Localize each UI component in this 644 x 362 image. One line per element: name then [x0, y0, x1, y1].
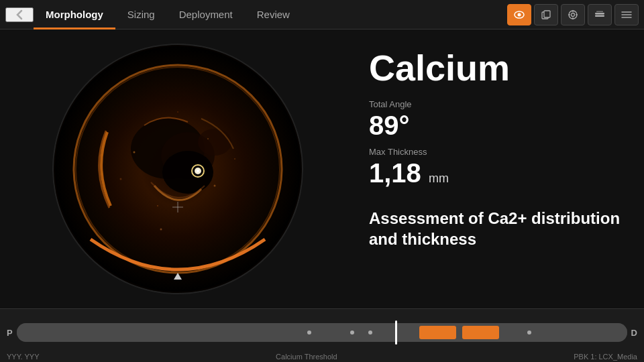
target-icon-button[interactable]	[561, 4, 585, 25]
svg-point-31	[207, 138, 209, 139]
tab-morphology[interactable]: Morphology	[34, 0, 115, 29]
thickness-unit: mm	[429, 172, 449, 185]
back-button[interactable]	[5, 7, 34, 22]
stats-panel: Calcium Total Angle 89° Max Thickness 1,…	[356, 29, 644, 308]
eye-icon-button[interactable]	[507, 4, 531, 25]
timeline-label-p: P	[7, 328, 13, 338]
bottom-timeline-bar: P D YYY. YYY Calcium Threshold PBK 1: LC…	[0, 308, 644, 362]
svg-point-28	[133, 152, 136, 154]
svg-rect-3	[544, 11, 550, 17]
svg-point-35	[160, 229, 162, 231]
svg-point-30	[157, 205, 158, 206]
nav-tabs: Morphology Sizing Deployment Review	[34, 0, 507, 29]
scale-bar-label: 1 mm	[275, 279, 292, 286]
oct-image-panel: F: 283 1 mm	[0, 29, 356, 308]
svg-point-33	[234, 158, 235, 160]
tab-deployment[interactable]: Deployment	[167, 0, 245, 29]
svg-point-22	[198, 129, 231, 156]
oct-image-container: F: 283 1 mm	[54, 45, 302, 293]
svg-point-21	[162, 151, 213, 194]
svg-point-29	[214, 185, 216, 187]
calcium-segment-2	[462, 326, 499, 339]
track-dot-4	[527, 330, 531, 335]
total-angle-group: Total Angle 89°	[369, 99, 624, 140]
calcium-title: Calcium	[369, 50, 624, 86]
tab-review[interactable]: Review	[245, 0, 302, 29]
svg-point-25	[197, 170, 199, 172]
frame-info: F: 283	[64, 278, 85, 286]
max-thickness-label: Max Thickness	[369, 147, 624, 157]
playhead[interactable]	[395, 320, 397, 345]
cursor-indicator	[174, 273, 182, 280]
top-navigation: Morphology Sizing Deployment Review	[0, 0, 644, 29]
layers-icon-button[interactable]	[588, 4, 612, 25]
track-fill	[17, 323, 627, 342]
oct-svg-overlay	[54, 45, 302, 293]
svg-point-1	[518, 13, 521, 16]
timeline-track: P D	[7, 314, 637, 351]
bottom-label-right: PBK 1: LCX_Media	[574, 353, 637, 361]
calcium-segment-1	[419, 326, 456, 339]
copy-icon-button[interactable]	[534, 4, 558, 25]
scale-bar-line	[272, 276, 292, 278]
svg-point-32	[120, 178, 122, 180]
svg-rect-11	[595, 15, 604, 17]
track-dot-2	[350, 330, 354, 335]
svg-rect-12	[596, 11, 603, 12]
main-content: F: 283 1 mm Calcium Total Angle 89° Max …	[0, 29, 644, 308]
max-thickness-group: Max Thickness 1,18 mm	[369, 147, 624, 188]
nav-icon-group	[507, 4, 639, 25]
bottom-labels: YYY. YYY Calcium Threshold PBK 1: LCX_Me…	[7, 351, 637, 362]
total-angle-value: 89°	[369, 111, 624, 140]
track-dot-1	[307, 330, 311, 335]
track-container[interactable]	[17, 323, 627, 342]
track-dot-3	[368, 330, 372, 335]
svg-point-34	[177, 111, 178, 113]
svg-rect-10	[595, 13, 604, 15]
max-thickness-value: 1,18 mm	[369, 158, 624, 188]
total-angle-label: Total Angle	[369, 99, 624, 109]
menu-icon-button[interactable]	[614, 4, 639, 25]
assessment-text: Assessment of Ca2+ distribution and thic…	[369, 208, 624, 249]
bottom-label-center: Calcium Threshold	[276, 353, 337, 361]
tab-sizing[interactable]: Sizing	[115, 0, 167, 29]
bottom-label-left: YYY. YYY	[7, 353, 40, 361]
svg-point-5	[572, 13, 575, 16]
oct-circle-image: F: 283 1 mm	[54, 45, 302, 293]
timeline-label-d: D	[631, 328, 637, 338]
scale-bar: 1 mm	[272, 276, 292, 286]
